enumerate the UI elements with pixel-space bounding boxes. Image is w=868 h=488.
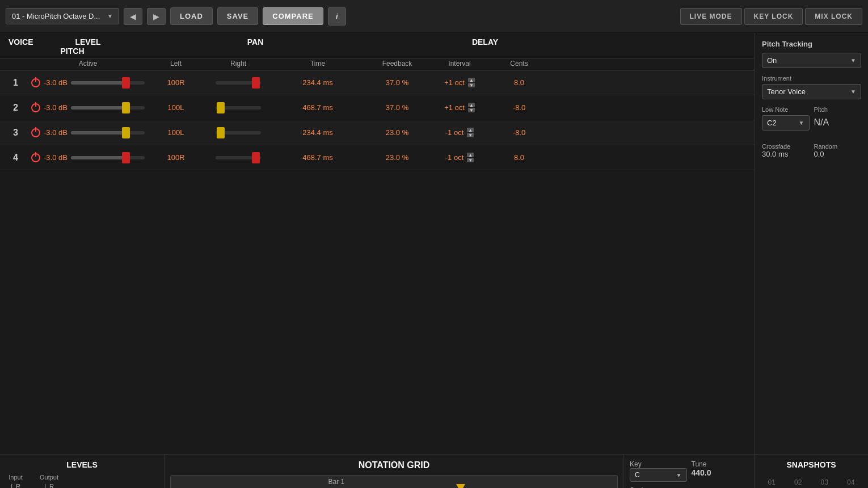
step-up[interactable]: ▲ bbox=[468, 103, 475, 107]
feedback-value: 37.0 % bbox=[386, 103, 408, 112]
step-down[interactable]: ▼ bbox=[468, 83, 475, 87]
power-icon[interactable] bbox=[31, 128, 40, 137]
pan-slider[interactable] bbox=[216, 131, 261, 134]
prev-preset-button[interactable]: ◀ bbox=[124, 8, 142, 25]
low-note-group: Low Note C2 ▼ bbox=[762, 106, 810, 137]
feedback-value: 23.0 % bbox=[386, 128, 408, 137]
delay-feedback-cell: 23.0 % bbox=[366, 153, 428, 162]
step-up[interactable]: ▲ bbox=[467, 128, 474, 132]
input-meter-group: Input L R 0 dB bbox=[6, 474, 26, 488]
next-preset-button[interactable]: ▶ bbox=[147, 8, 166, 25]
levels-title: LEVELS bbox=[6, 460, 158, 469]
level-value: -3.0 dB bbox=[44, 103, 68, 112]
voice-number: 1 bbox=[0, 78, 31, 88]
random-group: Random 0.0 bbox=[814, 143, 862, 158]
levels-meters: Input L R 0 dB bbox=[6, 474, 158, 488]
pitch-group: Pitch N/A bbox=[814, 106, 862, 137]
mix-lock-button[interactable]: MIX LOCK bbox=[805, 8, 862, 25]
preset-selector[interactable]: 01 - MicroPitch Octave D... ▼ bbox=[6, 8, 119, 24]
sub-voice bbox=[0, 60, 31, 68]
pan-slider[interactable] bbox=[216, 156, 261, 159]
list-item[interactable]: 03 bbox=[813, 476, 836, 488]
pan-left-cell: 100R bbox=[145, 153, 207, 162]
voice-number: 3 bbox=[0, 128, 31, 138]
step-up[interactable]: ▲ bbox=[467, 153, 474, 157]
tune-group: Tune 440.0 bbox=[692, 460, 749, 482]
pitch-value: N/A bbox=[814, 117, 862, 128]
cents-cell: 8.0 bbox=[491, 78, 547, 87]
pan-value: 100R bbox=[167, 78, 184, 87]
interval-stepper[interactable]: ▲ ▼ bbox=[468, 103, 475, 112]
step-up[interactable]: ▲ bbox=[468, 78, 475, 82]
pan-right-cell bbox=[207, 131, 269, 134]
pan-thumb[interactable] bbox=[252, 152, 260, 163]
live-mode-button[interactable]: LIVE MODE bbox=[680, 8, 742, 25]
interval-stepper[interactable]: ▲ ▼ bbox=[467, 128, 474, 137]
output-lr-label: L R bbox=[44, 483, 54, 488]
preset-chevron: ▼ bbox=[107, 13, 113, 19]
interval-stepper[interactable]: ▲ ▼ bbox=[467, 153, 474, 162]
pan-thumb[interactable] bbox=[217, 102, 225, 113]
header-voice: VOICE bbox=[0, 37, 31, 47]
instrument-dropdown[interactable]: Tenor Voice ▼ bbox=[762, 84, 861, 99]
cents-value: -8.0 bbox=[513, 128, 525, 137]
save-button[interactable]: SAVE bbox=[217, 7, 258, 25]
level-thumb[interactable] bbox=[122, 152, 130, 163]
level-thumb[interactable] bbox=[122, 127, 130, 138]
info-button[interactable]: i bbox=[328, 7, 346, 26]
pan-right-cell bbox=[207, 106, 269, 110]
list-item[interactable]: 02 bbox=[787, 476, 810, 488]
sub-active: Active bbox=[31, 60, 145, 68]
step-down[interactable]: ▼ bbox=[467, 158, 474, 162]
interval-stepper[interactable]: ▲ ▼ bbox=[468, 78, 475, 87]
tune-value: 440.0 bbox=[692, 468, 749, 477]
power-icon[interactable] bbox=[31, 103, 40, 112]
pan-value: 100L bbox=[168, 128, 184, 137]
interval-value: +1 oct bbox=[444, 78, 465, 87]
delay-feedback-cell: 37.0 % bbox=[366, 103, 428, 112]
random-value: 0.0 bbox=[814, 150, 862, 158]
pan-thumb[interactable] bbox=[217, 127, 225, 138]
level-slider[interactable] bbox=[71, 131, 145, 134]
pan-slider[interactable] bbox=[216, 106, 261, 110]
snapshots-panel: SNAPSHOTS 010203040506070809101112131415… bbox=[755, 455, 868, 488]
pan-value: 100R bbox=[167, 153, 184, 162]
pitch-tracking-dropdown[interactable]: On ▼ bbox=[762, 53, 861, 68]
pan-left-cell: 100L bbox=[145, 103, 207, 112]
settings-panel: Key C ▼ Tune 440.0 Scale Major (Ionian) … bbox=[624, 455, 755, 488]
list-item[interactable]: 01 bbox=[760, 476, 783, 488]
notation-grid: Bar 1 𝄞 𝄢 1234 bbox=[170, 475, 618, 488]
level-thumb[interactable] bbox=[122, 77, 130, 89]
key-lock-button[interactable]: KEY LOCK bbox=[744, 8, 803, 25]
pan-slider[interactable] bbox=[216, 81, 261, 85]
voice-number: 4 bbox=[0, 153, 31, 163]
level-slider[interactable] bbox=[71, 81, 145, 85]
pan-thumb[interactable] bbox=[252, 77, 260, 89]
load-button[interactable]: LOAD bbox=[170, 7, 213, 25]
step-down[interactable]: ▼ bbox=[467, 133, 474, 137]
voice-table-header: VOICE LEVEL PAN DELAY PITCH bbox=[0, 33, 755, 58]
table-row: 1 -3.0 dB 100R 234.4 ms 37.0 % +1 oct bbox=[0, 70, 755, 95]
level-slider[interactable] bbox=[71, 106, 145, 110]
level-slider[interactable] bbox=[71, 156, 145, 159]
power-icon[interactable] bbox=[31, 78, 40, 87]
cents-value: 8.0 bbox=[514, 153, 524, 162]
header-delay: DELAY bbox=[366, 37, 604, 47]
voice-area: VOICE LEVEL PAN DELAY PITCH Active Left … bbox=[0, 33, 755, 454]
sub-right: Right bbox=[207, 60, 269, 68]
level-thumb[interactable] bbox=[122, 102, 130, 113]
key-dropdown[interactable]: C ▼ bbox=[630, 468, 687, 482]
voice-level-cell: -3.0 dB bbox=[31, 78, 145, 87]
input-fader bbox=[30, 474, 35, 488]
header-pitch: PITCH bbox=[0, 47, 145, 56]
crossfade-label: Crossfade bbox=[762, 143, 810, 150]
power-icon[interactable] bbox=[31, 153, 40, 162]
list-item[interactable]: 04 bbox=[840, 476, 863, 488]
notation-panel: NOTATION GRID Bar 1 𝄞 𝄢 1234 bbox=[165, 455, 624, 488]
feedback-value: 23.0 % bbox=[386, 153, 408, 162]
pan-left-cell: 100L bbox=[145, 128, 207, 137]
header-pan: PAN bbox=[145, 37, 366, 47]
step-down[interactable]: ▼ bbox=[468, 108, 475, 112]
compare-button[interactable]: COMPARE bbox=[263, 7, 323, 25]
low-note-dropdown[interactable]: C2 ▼ bbox=[762, 115, 810, 131]
